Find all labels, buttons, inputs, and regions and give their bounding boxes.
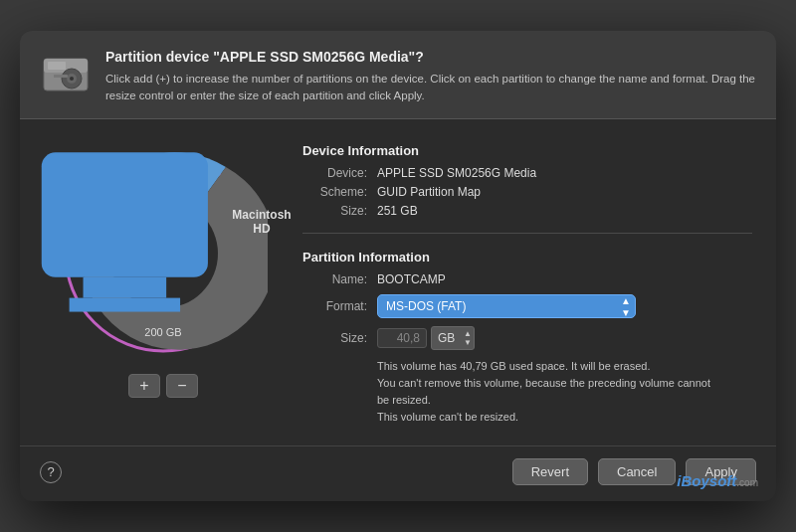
scheme-row: Scheme: GUID Partition Map	[302, 185, 752, 199]
pie-chart	[59, 149, 268, 358]
svg-rect-5	[52, 75, 68, 78]
resize-handle	[59, 247, 73, 261]
help-button[interactable]: ?	[40, 461, 62, 483]
svg-rect-6	[50, 73, 54, 81]
partition-buttons: + −	[128, 374, 198, 398]
revert-button[interactable]: Revert	[512, 458, 588, 485]
svg-point-4	[70, 77, 74, 81]
partition-size-label: Size:	[302, 331, 367, 345]
svg-point-16	[108, 199, 218, 308]
dialog-content: BOOTCAMP 40,8 GB Macintosh HD 200 GB	[20, 119, 776, 445]
device-info-title: Device Information	[302, 143, 752, 158]
size-value: 251 GB	[377, 204, 418, 218]
device-label: Device:	[302, 166, 367, 180]
svg-rect-7	[48, 62, 66, 70]
format-row: Format: MS-DOS (FAT) ExFAT Mac OS Extend…	[302, 294, 752, 318]
partition-info-title: Partition Information	[302, 250, 752, 265]
dialog-footer: ? Revert Cancel Apply	[20, 445, 776, 501]
scheme-label: Scheme:	[302, 185, 367, 199]
disk-icon	[40, 49, 92, 100]
format-select-container: MS-DOS (FAT) ExFAT Mac OS Extended (Jour…	[377, 294, 636, 318]
warning-text: This volume has 40,79 GB used space. It …	[377, 358, 752, 426]
device-value: APPLE SSD SM0256G Media	[377, 166, 536, 180]
format-select[interactable]: MS-DOS (FAT) ExFAT Mac OS Extended (Jour…	[377, 294, 636, 318]
partition-size-row: Size: GB MB TB ▲ ▼	[302, 326, 752, 350]
footer-left: ?	[40, 461, 62, 483]
format-label: Format:	[302, 299, 367, 313]
pie-chart-container: BOOTCAMP 40,8 GB Macintosh HD 200 GB	[59, 149, 268, 358]
dialog-description: Click add (+) to increase the number of …	[105, 71, 756, 105]
partition-size-input[interactable]	[377, 328, 427, 348]
partition-name-value: BOOTCAMP	[377, 272, 446, 286]
dialog-title: Partition device "APPLE SSD SM0256G Medi…	[105, 49, 756, 65]
left-panel: BOOTCAMP 40,8 GB Macintosh HD 200 GB	[44, 139, 283, 426]
header-text: Partition device "APPLE SSD SM0256G Medi…	[105, 49, 756, 105]
remove-partition-button[interactable]: −	[166, 374, 198, 398]
cancel-button[interactable]: Cancel	[598, 458, 676, 485]
watermark: iBoysoft.com	[677, 472, 758, 489]
size-label: Size:	[302, 204, 367, 218]
device-row: Device: APPLE SSD SM0256G Media	[302, 166, 752, 180]
scheme-value: GUID Partition Map	[377, 185, 481, 199]
name-label: Name:	[302, 272, 367, 286]
right-panel: Device Information Device: APPLE SSD SM0…	[302, 139, 752, 426]
size-unit-select[interactable]: GB MB TB	[431, 326, 475, 350]
size-row: Size: 251 GB	[302, 204, 752, 218]
divider	[302, 233, 752, 234]
add-partition-button[interactable]: +	[128, 374, 160, 398]
dialog-header: Partition device "APPLE SSD SM0256G Medi…	[20, 31, 776, 120]
partition-section: Partition Information Name: BOOTCAMP For…	[302, 246, 752, 426]
partition-name-row: Name: BOOTCAMP	[302, 272, 752, 286]
size-unit-container: GB MB TB ▲ ▼	[427, 326, 475, 350]
